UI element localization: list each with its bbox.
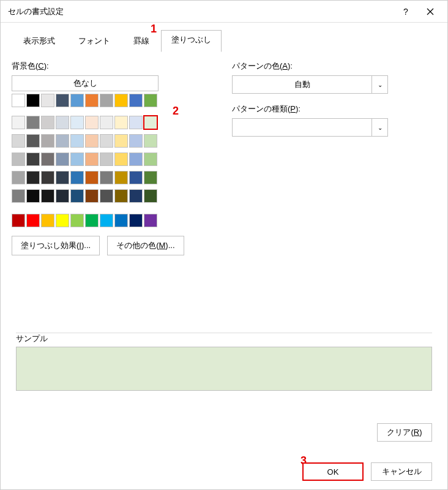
color-swatch[interactable] <box>114 189 128 203</box>
tab-font[interactable]: フォント <box>67 30 122 52</box>
color-swatch[interactable] <box>41 189 54 203</box>
chevron-down-icon: ⌄ <box>371 76 387 93</box>
color-swatch[interactable] <box>85 134 99 148</box>
color-swatch[interactable] <box>114 94 128 107</box>
color-swatch[interactable] <box>70 94 84 107</box>
color-swatch[interactable] <box>85 171 99 184</box>
color-swatch[interactable] <box>41 94 54 107</box>
color-swatch[interactable] <box>56 189 69 203</box>
color-swatch[interactable] <box>26 171 40 184</box>
color-swatch[interactable] <box>129 214 143 227</box>
color-swatch[interactable] <box>144 189 157 203</box>
color-swatch[interactable] <box>85 116 99 129</box>
color-swatch[interactable] <box>100 94 113 107</box>
other-colors-button[interactable]: その他の色(M)... <box>107 236 184 255</box>
color-swatch[interactable] <box>100 116 113 129</box>
pattern-color-dropdown[interactable]: 自動 ⌄ <box>232 75 388 94</box>
color-swatch[interactable] <box>41 214 54 227</box>
color-swatch[interactable] <box>41 134 54 148</box>
close-icon <box>427 8 434 15</box>
sample-label: サンプル <box>16 333 432 344</box>
ok-button[interactable]: OK <box>302 462 364 481</box>
pattern-type-dropdown[interactable]: ⌄ <box>232 118 388 137</box>
sample-preview <box>16 347 432 391</box>
color-swatch[interactable] <box>26 153 40 166</box>
color-swatch[interactable] <box>114 153 128 166</box>
tab-border[interactable]: 罫線 <box>122 30 161 52</box>
color-swatch[interactable] <box>26 134 40 148</box>
sample-section: サンプル <box>16 331 432 391</box>
color-swatch[interactable] <box>114 171 128 184</box>
color-swatch[interactable] <box>129 134 143 148</box>
color-swatch[interactable] <box>70 116 84 129</box>
color-swatch[interactable] <box>26 94 40 107</box>
color-swatch[interactable] <box>144 153 157 166</box>
no-color-button[interactable]: 色なし <box>12 75 159 91</box>
color-swatch[interactable] <box>114 214 128 227</box>
fill-effects-button[interactable]: 塗りつぶし効果(I)... <box>12 236 100 255</box>
close-button[interactable] <box>418 2 442 21</box>
color-swatch[interactable] <box>12 189 25 203</box>
pattern-type-label: パターンの種類(P): <box>232 104 436 115</box>
color-swatch[interactable] <box>100 134 113 148</box>
color-swatch[interactable] <box>41 153 54 166</box>
color-swatch[interactable] <box>85 189 99 203</box>
color-grid <box>12 116 201 203</box>
cancel-button[interactable]: キャンセル <box>371 462 432 481</box>
tab-fill[interactable]: 塗りつぶし <box>161 30 222 52</box>
help-button[interactable]: ? <box>394 2 418 21</box>
color-swatch[interactable] <box>114 134 128 148</box>
color-swatch[interactable] <box>26 116 40 129</box>
standard-color-row <box>12 214 201 227</box>
color-swatch[interactable] <box>12 116 25 129</box>
background-color-label: 背景色(C): <box>12 61 201 72</box>
color-swatch[interactable] <box>56 153 69 166</box>
color-swatch[interactable] <box>70 214 84 227</box>
color-swatch[interactable] <box>70 134 84 148</box>
color-swatch[interactable] <box>129 116 143 129</box>
color-swatch[interactable] <box>100 214 113 227</box>
color-swatch[interactable] <box>100 171 113 184</box>
color-swatch[interactable] <box>129 189 143 203</box>
color-swatch[interactable] <box>41 171 54 184</box>
dialog-title: セルの書式設定 <box>8 6 394 17</box>
color-swatch[interactable] <box>26 189 40 203</box>
color-swatch[interactable] <box>129 171 143 184</box>
color-swatch[interactable] <box>56 94 69 107</box>
color-swatch[interactable] <box>100 189 113 203</box>
color-swatch[interactable] <box>12 134 25 148</box>
color-swatch[interactable] <box>144 134 157 148</box>
tab-display-format[interactable]: 表示形式 <box>12 30 67 52</box>
color-swatch[interactable] <box>85 214 99 227</box>
color-swatch[interactable] <box>129 153 143 166</box>
color-swatch[interactable] <box>56 134 69 148</box>
color-swatch[interactable] <box>12 153 25 166</box>
color-swatch[interactable] <box>12 214 25 227</box>
color-swatch[interactable] <box>26 214 40 227</box>
color-swatch[interactable] <box>144 94 157 107</box>
color-swatch[interactable] <box>100 153 113 166</box>
color-swatch[interactable] <box>56 171 69 184</box>
color-swatch[interactable] <box>56 116 69 129</box>
color-swatch[interactable] <box>144 116 157 129</box>
chevron-down-icon: ⌄ <box>371 119 387 136</box>
color-swatch[interactable] <box>12 94 25 107</box>
color-swatch[interactable] <box>12 171 25 184</box>
color-swatch[interactable] <box>70 171 84 184</box>
titlebar: セルの書式設定 ? <box>1 1 447 23</box>
annotation-2: 2 <box>173 105 179 118</box>
clear-button[interactable]: クリア(R) <box>377 423 432 442</box>
color-swatch[interactable] <box>70 153 84 166</box>
color-swatch[interactable] <box>85 94 99 107</box>
pattern-color-label: パターンの色(A): <box>232 61 436 72</box>
tab-strip: 表示形式 フォント 罫線 塗りつぶし <box>12 30 436 52</box>
color-swatch[interactable] <box>144 214 157 227</box>
color-swatch[interactable] <box>56 214 69 227</box>
color-swatch[interactable] <box>85 153 99 166</box>
color-swatch[interactable] <box>70 189 84 203</box>
color-swatch[interactable] <box>129 94 143 107</box>
color-swatch[interactable] <box>41 116 54 129</box>
color-swatch[interactable] <box>114 116 128 129</box>
color-swatch[interactable] <box>144 171 157 184</box>
